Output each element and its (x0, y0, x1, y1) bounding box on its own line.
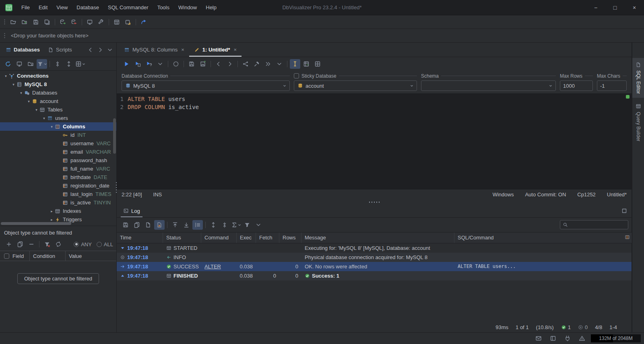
tree-row-tables[interactable]: ▾Tables (0, 105, 116, 114)
status-plug-button[interactable] (562, 334, 573, 343)
sidebar-tab-databases[interactable]: Databases (2, 43, 44, 57)
sticky-database-combo[interactable]: account (294, 80, 417, 91)
log-copy-button[interactable] (132, 220, 142, 230)
log-search-input[interactable] (570, 222, 625, 228)
tree-toolbar-expand-all-button[interactable] (64, 59, 74, 69)
panel-splitter-handle[interactable] (115, 181, 118, 193)
sql-run-script-button[interactable] (132, 59, 143, 69)
sql-forward-button[interactable] (225, 59, 235, 69)
toolbar-table-button[interactable] (111, 17, 122, 27)
right-tab-sql-editor[interactable]: SQL Editor (632, 58, 644, 98)
sql-share-button[interactable] (240, 59, 251, 69)
menu-window[interactable]: Window (174, 0, 201, 15)
dropbar-drag-handle[interactable] (4, 33, 6, 39)
tabs-chevron-down-button[interactable] (105, 45, 114, 54)
tree-row-account[interactable]: ▾account (0, 97, 116, 105)
toolbar-db-connect-button[interactable] (58, 17, 68, 27)
column-header-message[interactable]: Message (301, 233, 454, 243)
column-header-sql-command[interactable]: SQL/Command (454, 233, 632, 243)
sql-editor[interactable]: 12 ALTER TABLE usersDROP COLUMN is_activ… (117, 93, 632, 189)
filter-row-checkbox[interactable] (4, 253, 9, 259)
toolbar-save-all-button[interactable] (42, 17, 52, 27)
toolbar-drag-handle[interactable] (4, 19, 6, 25)
status-warning-button[interactable] (577, 334, 587, 343)
menu-sql-commander[interactable]: SQL Commander (103, 0, 153, 15)
status-panel-button[interactable] (548, 334, 558, 343)
log-scroll-bottom-button[interactable] (181, 220, 192, 230)
log-collapse-all-button[interactable] (219, 220, 230, 230)
log-row[interactable]: 19:47:18SUCCESSALTER0.0380OK. No rows we… (117, 262, 632, 271)
sql-chevron-down-button[interactable] (155, 59, 165, 69)
log-sigma-button[interactable] (231, 220, 241, 230)
toolbar-wrench-button[interactable] (96, 17, 106, 27)
toolbar-folder-add-button[interactable] (19, 17, 30, 27)
tabs-forward-button[interactable] (96, 45, 105, 54)
tree-row-email[interactable]: emailVARCHAR (0, 148, 116, 156)
tabs-back-button[interactable] (86, 45, 95, 54)
log-row[interactable]: 19:47:18STARTEDExecuting for: 'MySQL 8' … (117, 243, 632, 253)
tree-row-registration-date[interactable]: registration_date (0, 181, 116, 190)
tab-close-button[interactable]: × (181, 47, 184, 53)
tree-row-full-name[interactable]: full_nameVARC (0, 165, 116, 173)
column-header-status[interactable]: Status (163, 233, 201, 243)
tree-horizontal-scrollbar[interactable] (1, 222, 71, 225)
tree-toolbar-folder-cog-button[interactable] (25, 59, 36, 69)
favorites-drop-bar[interactable]: <Drop your favorite objects here> (0, 29, 644, 43)
sql-grid-insert-button[interactable] (301, 59, 312, 69)
menu-edit[interactable]: Edit (34, 0, 52, 15)
sidebar-tab-scripts[interactable]: Scripts (44, 43, 76, 57)
column-header-rows[interactable]: Rows (279, 233, 301, 243)
close-button[interactable]: × (625, 0, 644, 15)
tree-toolbar-funnel-button[interactable] (37, 59, 47, 69)
log-tail-button[interactable] (192, 220, 203, 230)
sticky-database-checkbox[interactable] (294, 73, 299, 78)
log-page-button[interactable] (143, 220, 153, 230)
tree-toolbar-monitor-button[interactable] (14, 59, 25, 69)
max-chars-input[interactable] (597, 83, 626, 89)
tree-toolbar-refresh-button[interactable] (3, 59, 13, 69)
filter-copy-button[interactable] (15, 239, 25, 249)
tree-row-columns[interactable]: ▾Columns (0, 122, 116, 131)
tree-row-mysql-8[interactable]: ▾MySQL 8 (0, 80, 116, 89)
log-funnel-button[interactable] (242, 220, 252, 230)
log-row[interactable]: 19:47:18INFOPhysical database connection… (117, 253, 632, 262)
minimize-button[interactable]: − (586, 0, 605, 15)
menu-help[interactable]: Help (201, 0, 221, 15)
splitter-handle[interactable] (117, 200, 632, 205)
sql-back-button[interactable] (213, 59, 224, 69)
maximize-panel-icon[interactable] (621, 208, 627, 214)
tree-row-birthdate[interactable]: birthdateDATE (0, 173, 116, 181)
menu-view[interactable]: View (52, 0, 72, 15)
log-scroll-top-button[interactable] (170, 220, 180, 230)
tree-toolbar-collapse-all-button[interactable] (52, 59, 63, 69)
filter-plus-button[interactable] (4, 239, 14, 249)
sql-run-explain-button[interactable] (144, 59, 154, 69)
database-connection-combo[interactable]: MySQL 8 (122, 80, 290, 91)
toolbar-key-table-button[interactable] (123, 17, 133, 27)
tab-mysql-8-columns[interactable]: MySQL 8: Columns× (119, 43, 189, 57)
radio-all[interactable]: ALL (97, 241, 113, 247)
column-header-time[interactable]: Time (117, 233, 163, 243)
sql-hammer-button[interactable] (252, 59, 262, 69)
menu-tools[interactable]: Tools (153, 0, 174, 15)
memory-indicator[interactable]: 132M of 2048M (591, 334, 641, 342)
command-link[interactable]: ALTER (204, 264, 221, 270)
sql-bind-params-button[interactable] (290, 59, 300, 69)
sql-fast-forward-button[interactable] (263, 59, 273, 69)
table-settings-icon[interactable] (625, 235, 630, 241)
log-page-clear-button[interactable] (154, 220, 165, 230)
tree-row-connections[interactable]: ▾Connections (0, 72, 116, 80)
toolbar-folder-open-button[interactable] (8, 17, 19, 27)
menu-file[interactable]: File (17, 0, 34, 15)
editor-code[interactable]: ALTER TABLE usersDROP COLUMN is_active (126, 93, 199, 189)
log-chevron-down-button[interactable] (253, 220, 264, 230)
tree-row-users[interactable]: ▾users (0, 114, 116, 122)
toolbar-monitor-button[interactable] (85, 17, 95, 27)
sql-run-button[interactable] (121, 59, 132, 69)
tree-row-databases[interactable]: ▾Databases (0, 89, 116, 97)
tree-row-id[interactable]: idINT (0, 131, 116, 139)
filter-minus-button[interactable] (26, 239, 37, 249)
toolbar-save-button[interactable] (31, 17, 41, 27)
status-mail-button[interactable] (533, 334, 544, 343)
filter-loop-button[interactable] (53, 239, 64, 249)
